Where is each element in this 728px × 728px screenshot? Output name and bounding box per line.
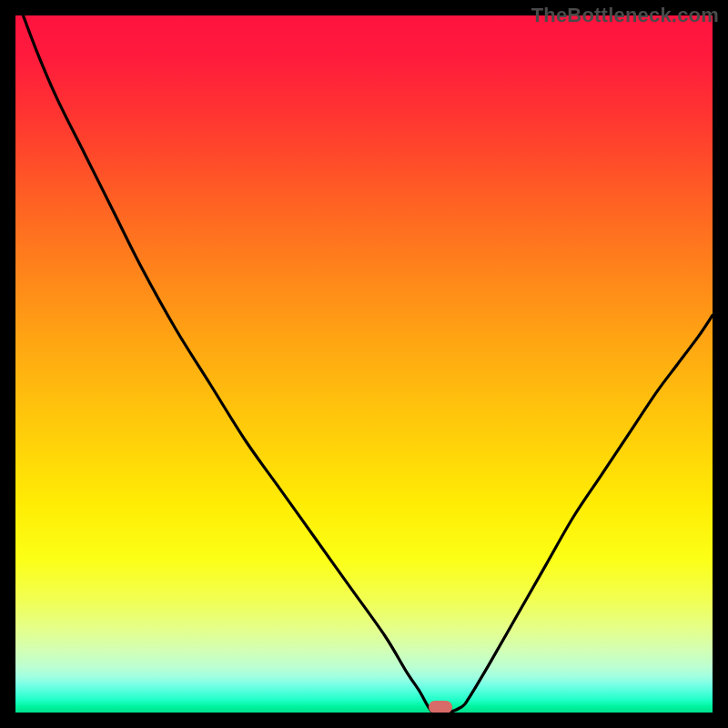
plot-area <box>15 15 713 713</box>
optimum-marker <box>429 701 452 713</box>
watermark-text: TheBottleneck.com <box>531 4 719 27</box>
bottleneck-curve <box>15 15 713 713</box>
chart-frame: TheBottleneck.com <box>0 0 728 728</box>
